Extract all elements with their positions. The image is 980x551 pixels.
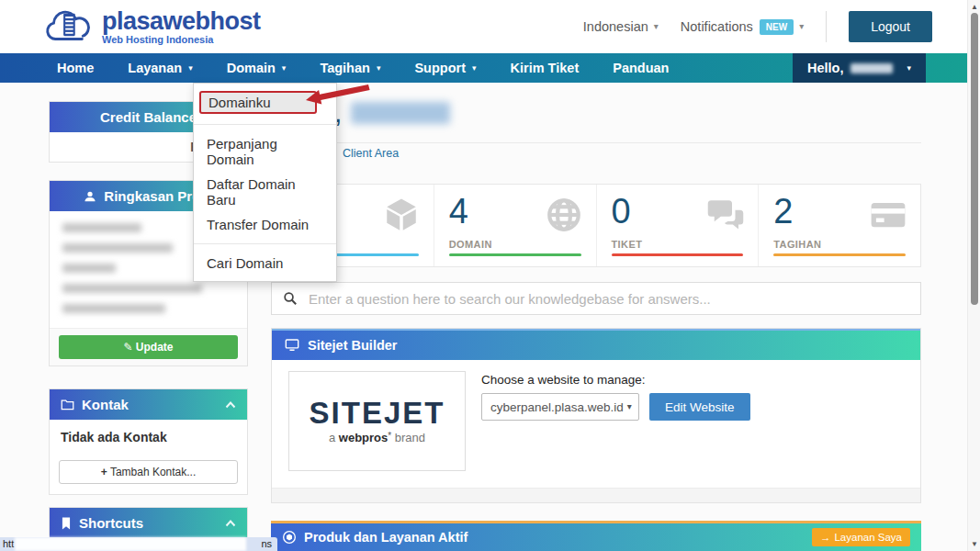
plus-icon: +	[101, 466, 107, 478]
monitor-icon	[285, 339, 299, 352]
scrollbar-thumb[interactable]	[971, 13, 978, 305]
search-icon	[283, 291, 298, 306]
shortcuts-header[interactable]: Shortcuts	[50, 508, 247, 538]
sitejet-logo: SITEJET a webpros* brand	[288, 371, 466, 471]
domainku-highlight-box: Domainku	[199, 91, 317, 114]
arrow-right-icon: →	[820, 532, 831, 543]
redacted-line	[62, 284, 202, 293]
scroll-down-icon[interactable]: ▼	[968, 540, 980, 548]
layanan-saya-button[interactable]: →Layanan Saya	[812, 528, 910, 546]
stat-underline	[612, 253, 744, 256]
domain-dropdown-menu: Domainku Perpanjang Domain Daftar Domain…	[193, 83, 337, 282]
chat-icon	[706, 196, 745, 238]
language-selector[interactable]: Indonesian ▾	[583, 19, 659, 34]
active-products-header: Produk dan Layanan Aktif →Layanan Saya	[271, 523, 921, 551]
nav-item-panduan[interactable]: Panduan	[613, 61, 669, 75]
knowledgebase-search	[271, 282, 921, 315]
user-icon	[84, 190, 96, 203]
main-navbar: Home Layanan ▾ Domain ▾ Tagihan ▾ Suppor…	[0, 53, 967, 83]
cube-icon	[382, 196, 421, 238]
welcome-heading: ,	[334, 97, 450, 129]
website-select[interactable]: cyberpanel.plasa.web.id ▾	[481, 393, 639, 421]
divider	[826, 11, 827, 42]
site-header: plasawebhost Web Hosting Indonesia Indon…	[0, 0, 967, 53]
profile-footer: ✎ Update	[50, 328, 247, 365]
redacted-line	[62, 243, 173, 253]
caret-down-icon: ▾	[472, 64, 477, 73]
user-name-redacted	[850, 63, 893, 73]
menu-item-cari-domain[interactable]: Cari Domain	[194, 251, 336, 276]
scroll-up-icon[interactable]: ▲	[968, 3, 980, 11]
caret-down-icon: ▾	[188, 64, 193, 73]
nav-item-home[interactable]: Home	[57, 61, 94, 75]
scrollbar[interactable]: ▲ ▼	[967, 0, 980, 551]
menu-item-daftar-domain-baru[interactable]: Daftar Domain Baru	[194, 172, 336, 212]
folder-icon	[61, 399, 74, 410]
add-contact-button[interactable]: + Tambah Kontak...	[59, 460, 238, 484]
logo-text: plasawebhost	[102, 9, 261, 33]
choose-website-label: Choose a website to manage:	[481, 373, 646, 387]
sitejet-footer	[272, 488, 920, 502]
chevron-up-icon[interactable]	[225, 401, 236, 409]
caret-down-icon: ▾	[654, 22, 659, 31]
stat-underline	[773, 253, 906, 256]
pencil-icon: ✎	[123, 341, 132, 354]
user-menu[interactable]: Hello, ▾	[793, 53, 926, 83]
logout-button[interactable]: Logout	[849, 11, 932, 42]
nav-item-tagihan[interactable]: Tagihan ▾	[320, 61, 380, 75]
language-label: Indonesian	[583, 19, 648, 34]
nav-item-kirim-tiket[interactable]: Kirim Tiket	[511, 61, 580, 75]
welcome-name-redacted	[351, 102, 450, 124]
logo-tagline: Web Hosting Indonesia	[102, 34, 261, 45]
caret-down-icon: ▾	[799, 22, 804, 31]
update-profile-button[interactable]: ✎ Update	[59, 335, 238, 359]
menu-item-domainku[interactable]: Domainku	[194, 89, 336, 118]
notifications-menu[interactable]: Notifications NEW ▾	[681, 19, 804, 35]
caret-down-icon: ▾	[627, 402, 632, 411]
link-preview-statusbar: htt ns	[0, 537, 277, 551]
nav-item-support[interactable]: Support ▾	[414, 61, 476, 75]
stat-card-domain[interactable]: 4 DOMAIN	[434, 185, 597, 266]
nav-item-domain[interactable]: Domain ▾	[227, 61, 287, 75]
greeting-label: Hello,	[807, 61, 843, 75]
divider	[194, 243, 336, 244]
breadcrumb[interactable]: Client Area	[343, 147, 399, 160]
globe-icon	[545, 196, 583, 238]
sitejet-builder-panel: Sitejet Builder SITEJET a webpros* brand…	[271, 328, 921, 503]
search-input[interactable]	[307, 290, 909, 308]
caret-down-icon: ▾	[907, 64, 911, 73]
client-area-page: plasawebhost Web Hosting Indonesia Indon…	[0, 0, 980, 551]
menu-item-transfer-domain[interactable]: Transfer Domain	[194, 212, 336, 237]
redacted-line	[62, 264, 116, 273]
stats-row: 10 LAYANAN 4 DOMAIN 0	[271, 184, 921, 267]
sitejet-header: Sitejet Builder	[272, 329, 920, 360]
active-products-panel: Produk dan Layanan Aktif →Layanan Saya	[271, 521, 921, 551]
divider	[194, 124, 336, 125]
logo-cloud-icon	[44, 6, 94, 47]
sitejet-body: SITEJET a webpros* brand Choose a websit…	[272, 360, 920, 488]
stat-underline	[449, 253, 581, 256]
menu-item-perpanjang-domain[interactable]: Perpanjang Domain	[194, 131, 336, 172]
webpros-mark: *	[388, 431, 391, 441]
new-badge: NEW	[760, 19, 794, 35]
contacts-footer: + Tambah Kontak...	[50, 455, 247, 494]
redacted-line	[62, 304, 165, 313]
stat-card-tiket[interactable]: 0 TIKET	[597, 185, 760, 266]
chevron-up-icon[interactable]	[225, 520, 236, 527]
logo[interactable]: plasawebhost Web Hosting Indonesia	[44, 6, 261, 47]
nav-item-layanan[interactable]: Layanan ▾	[128, 61, 192, 75]
stat-card-tagihan[interactable]: 2 TAGIHAN	[759, 185, 920, 266]
notifications-label: Notifications	[681, 19, 753, 34]
divider	[271, 142, 921, 143]
contacts-panel: Kontak Tidak ada Kontak + Tambah Kontak.…	[49, 388, 248, 495]
caret-down-icon: ▾	[377, 64, 381, 73]
header-controls: Indonesian ▾ Notifications NEW ▾ Logout	[583, 0, 932, 53]
credit-card-icon	[869, 196, 907, 238]
url-redacted	[15, 537, 246, 551]
redacted-line	[62, 223, 141, 232]
contacts-header[interactable]: Kontak	[50, 389, 247, 420]
bookmark-icon	[61, 517, 72, 530]
contacts-empty-text: Tidak ada Kontak	[50, 420, 247, 455]
edit-website-button[interactable]: Edit Website	[649, 393, 750, 421]
caret-down-icon: ▾	[282, 64, 287, 73]
